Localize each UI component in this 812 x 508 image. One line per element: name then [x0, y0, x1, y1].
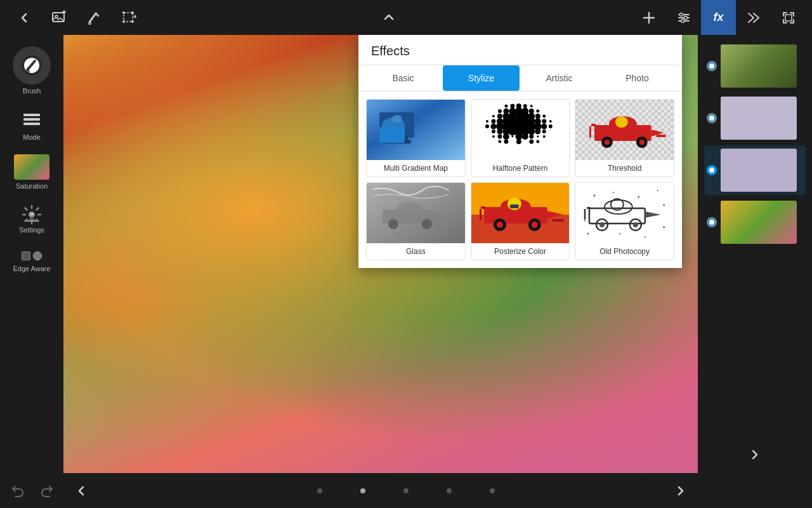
svg-point-147 — [664, 226, 665, 228]
tab-artistic[interactable]: Artistic — [521, 65, 598, 91]
svg-point-70 — [548, 124, 552, 128]
edge-aware-tool[interactable]: Edge Aware — [6, 242, 57, 277]
effect-posterize-color[interactable]: Posterize Color — [471, 182, 570, 260]
svg-point-80 — [492, 135, 495, 138]
layer-radio-3 — [707, 165, 717, 175]
svg-rect-121 — [480, 209, 481, 220]
effect-label-glass: Glass — [367, 243, 465, 260]
tab-photo[interactable]: Photo — [599, 65, 676, 91]
effect-halftone-pattern[interactable]: Halftone Pattern — [471, 99, 570, 177]
svg-point-60 — [485, 124, 489, 128]
effects-title: Effects — [358, 35, 682, 65]
effect-label-photocopy: Old Photocopy — [575, 243, 674, 260]
add-photo-button[interactable] — [41, 0, 76, 35]
add-button[interactable] — [631, 0, 666, 35]
effect-threshold[interactable]: Threshold — [575, 99, 674, 177]
svg-point-112 — [397, 202, 422, 215]
page-dot-3[interactable] — [403, 488, 409, 493]
edge-aware-icon — [20, 247, 43, 265]
brush-label: Brush — [23, 87, 41, 95]
svg-rect-14 — [23, 118, 40, 121]
effect-thumb-threshold — [575, 100, 674, 160]
left-nav-arrow[interactable] — [63, 473, 98, 508]
svg-point-8 — [684, 16, 687, 19]
effect-thumb-gradient-map — [367, 100, 465, 160]
svg-point-41 — [497, 114, 502, 119]
effect-label-posterize: Posterize Color — [471, 243, 570, 260]
tab-stylize[interactable]: Stylize — [443, 65, 520, 91]
svg-point-108 — [639, 140, 645, 145]
transform-button[interactable] — [111, 0, 146, 35]
fx-label: fx — [713, 11, 723, 24]
svg-point-88 — [537, 135, 539, 137]
mode-label: Mode — [23, 133, 41, 141]
right-canvas-nav-arrow[interactable] — [663, 473, 698, 508]
svg-point-72 — [497, 129, 502, 135]
settings-tool[interactable]: fx Settings — [6, 198, 57, 239]
layer-item-1[interactable] — [704, 41, 806, 91]
svg-rect-120 — [481, 206, 485, 209]
svg-rect-104 — [657, 135, 666, 137]
svg-point-82 — [503, 133, 509, 140]
svg-rect-103 — [589, 126, 591, 138]
svg-point-6 — [131, 20, 134, 23]
layer-item-3[interactable] — [704, 145, 806, 195]
svg-point-5 — [122, 20, 125, 23]
svg-rect-19 — [27, 220, 37, 222]
right-nav-arrow[interactable] — [749, 449, 761, 463]
svg-point-92 — [529, 139, 534, 144]
fullscreen-button[interactable] — [771, 0, 806, 35]
brush-tool[interactable]: Brush — [6, 41, 57, 100]
svg-point-145 — [664, 204, 665, 206]
svg-point-93 — [536, 140, 539, 143]
page-dot-1[interactable] — [317, 488, 322, 493]
back-button[interactable] — [6, 0, 41, 35]
effect-multi-gradient-map[interactable]: Multi Gradient Map — [366, 99, 466, 177]
blend-button[interactable] — [736, 0, 771, 35]
layer-thumb-4 — [721, 201, 797, 244]
svg-point-114 — [388, 219, 398, 229]
layer-thumb-2 — [721, 97, 797, 140]
svg-point-115 — [422, 219, 432, 229]
layer-item-2[interactable] — [704, 93, 806, 143]
effect-label-halftone: Halftone Pattern — [471, 160, 570, 177]
undo-button[interactable] — [6, 480, 29, 503]
svg-point-106 — [605, 140, 610, 145]
effect-thumb-photocopy — [575, 183, 674, 243]
svg-point-7 — [679, 13, 683, 16]
svg-point-58 — [542, 119, 546, 124]
svg-point-59 — [549, 120, 551, 123]
redo-button[interactable] — [36, 480, 58, 503]
effects-tabs: Basic Stylize Artistic Photo — [358, 65, 682, 91]
tab-basic[interactable]: Basic — [365, 65, 442, 91]
svg-point-83 — [515, 133, 522, 140]
svg-point-50 — [491, 119, 495, 124]
svg-point-77 — [528, 128, 535, 135]
layer-item-4[interactable] — [704, 197, 806, 247]
page-dot-4[interactable] — [447, 488, 452, 493]
collapse-button[interactable] — [371, 0, 406, 35]
svg-point-79 — [542, 130, 546, 133]
page-dot-5[interactable] — [490, 488, 495, 493]
svg-rect-133 — [587, 207, 591, 209]
saturation-tool[interactable]: Saturation — [6, 149, 57, 195]
svg-point-28 — [504, 105, 508, 108]
svg-point-33 — [498, 109, 502, 113]
svg-rect-10 — [785, 15, 792, 21]
mode-tool[interactable]: Mode — [6, 103, 57, 146]
adjust-button[interactable] — [666, 0, 701, 35]
brush-button[interactable] — [76, 0, 111, 35]
effect-glass[interactable]: Glass — [366, 182, 466, 260]
page-dot-2[interactable] — [360, 488, 365, 493]
svg-point-47 — [535, 114, 540, 119]
svg-text:fx: fx — [30, 213, 34, 218]
svg-point-148 — [619, 233, 620, 234]
svg-point-3 — [122, 11, 125, 14]
svg-point-78 — [535, 129, 540, 135]
effect-old-photocopy[interactable]: Old Photocopy — [575, 182, 674, 260]
svg-point-26 — [392, 115, 402, 123]
svg-rect-15 — [23, 123, 40, 125]
svg-point-29 — [510, 104, 514, 109]
fx-button[interactable]: fx — [701, 0, 736, 35]
svg-point-127 — [531, 222, 537, 228]
